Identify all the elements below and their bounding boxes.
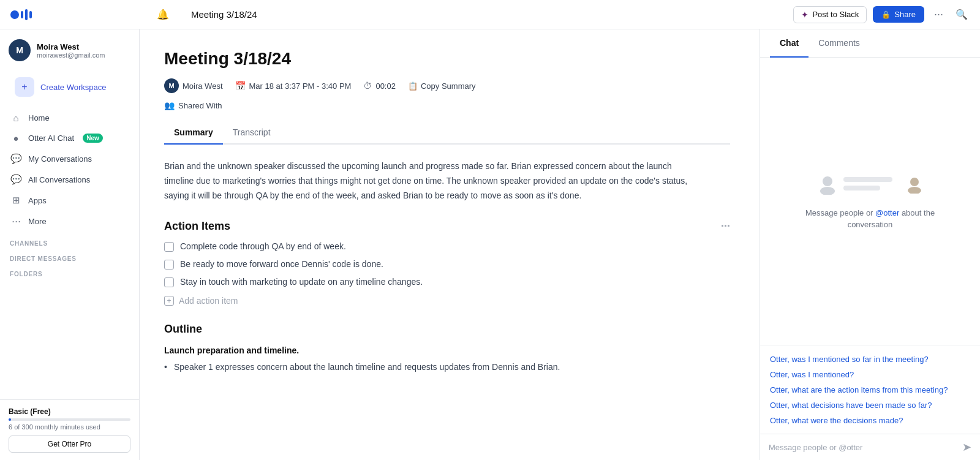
add-action-item-button[interactable]: + Add action item — [164, 296, 730, 306]
chat-placeholder-text: Message people or @otter about theconver… — [805, 207, 935, 231]
calendar-icon: 📅 — [235, 81, 246, 91]
sidebar-item-apps[interactable]: ⊞ Apps — [0, 190, 139, 211]
send-message-icon[interactable]: ➤ — [962, 440, 971, 454]
date-meta: 📅 Mar 18 at 3:37 PM - 3:40 PM — [235, 81, 352, 91]
share-button[interactable]: 🔒 Share — [873, 6, 924, 23]
action-checkbox-2[interactable] — [164, 260, 174, 270]
add-action-label: Add action item — [179, 296, 238, 306]
copy-summary-label: Copy Summary — [421, 81, 476, 91]
action-item: Stay in touch with marketing to update o… — [164, 277, 730, 287]
suggestion-3[interactable]: Otter, what are the action items from th… — [770, 384, 970, 396]
lock-icon: 🔒 — [881, 10, 891, 19]
user-email: moirawest@gmail.com — [37, 51, 105, 59]
topbar: 🔔 Meeting 3/18/24 ✦ Post to Slack 🔒 Shar… — [0, 0, 980, 29]
author-avatar: M — [164, 78, 179, 93]
svg-rect-3 — [29, 11, 32, 18]
copy-icon: 📋 — [408, 81, 418, 91]
outline-title: Outline — [164, 323, 730, 336]
sidebar-item-otter-ai-chat-label: Otter AI Chat — [28, 134, 74, 143]
action-item-3-text: Stay in touch with marketing to update o… — [180, 277, 423, 287]
sidebar-bottom: Basic (Free) 6 of 300 monthly minutes us… — [0, 399, 139, 460]
svg-point-6 — [910, 178, 919, 186]
meeting-date: Mar 18 at 3:37 PM - 3:40 PM — [249, 81, 352, 91]
sidebar-nav: ⌂ Home ● Otter AI Chat New 💬 My Conversa… — [0, 105, 139, 234]
action-item-1-text: Complete code through QA by end of week. — [180, 241, 346, 251]
shared-with: 👥 Shared With — [164, 100, 730, 110]
create-workspace-icon: + — [15, 77, 34, 97]
suggestion-5[interactable]: Otter, what were the decisions made? — [770, 415, 970, 426]
action-checkbox-3[interactable] — [164, 277, 174, 287]
svg-rect-2 — [25, 9, 28, 20]
sidebar-item-more[interactable]: ⋯ More — [0, 211, 139, 232]
apps-icon: ⊞ — [10, 195, 22, 206]
tab-summary[interactable]: Summary — [164, 123, 223, 145]
content-tabs: Summary Transcript — [164, 123, 730, 145]
sidebar: M Moira West moirawest@gmail.com + Creat… — [0, 29, 140, 460]
action-items-section: Action Items ··· — [164, 220, 730, 233]
sidebar-item-all-conversations[interactable]: 💬 All Conversations — [0, 169, 139, 190]
topbar-meeting-title: Meeting 3/18/24 — [181, 9, 786, 20]
chat-avatars — [816, 173, 924, 195]
create-workspace-label: Create Workspace — [40, 83, 106, 92]
sidebar-item-my-conversations[interactable]: 💬 My Conversations — [0, 148, 139, 169]
outline-sub-title: Launch preparation and timeline. — [164, 345, 730, 355]
topbar-actions: ✦ Post to Slack 🔒 Share ··· 🔍 — [793, 6, 970, 23]
action-item: Complete code through QA by end of week. — [164, 241, 730, 252]
plan-usage-text: 6 of 300 monthly minutes used — [9, 423, 130, 431]
duration-meta: ⏱ 00:02 — [363, 81, 396, 91]
notifications-bell[interactable]: 🔔 — [152, 6, 174, 23]
my-conversations-icon: 💬 — [10, 153, 22, 164]
get-otter-pro-button[interactable]: Get Otter Pro — [9, 435, 130, 453]
slack-icon: ✦ — [801, 10, 809, 20]
more-icon: ⋯ — [10, 216, 22, 227]
shared-icon: 👥 — [164, 100, 175, 110]
tab-transcript[interactable]: Transcript — [223, 123, 281, 145]
new-badge: New — [83, 134, 103, 143]
otter-mention-link[interactable]: @otter — [875, 208, 899, 217]
user-profile[interactable]: M Moira West moirawest@gmail.com — [0, 29, 139, 69]
action-checkbox-1[interactable] — [164, 242, 174, 252]
sidebar-item-otter-ai-chat[interactable]: ● Otter AI Chat New — [0, 128, 139, 148]
usage-bar-fill — [9, 418, 11, 421]
suggestion-2[interactable]: Otter, was I mentioned? — [770, 369, 970, 380]
author-meta: M Moira West — [164, 78, 223, 93]
svg-point-4 — [823, 176, 832, 186]
author-name: Moira West — [183, 81, 223, 91]
avatar: M — [9, 39, 31, 61]
right-tab-chat[interactable]: Chat — [770, 29, 809, 58]
direct-messages-section-label: DIRECT MESSAGES — [0, 249, 139, 265]
more-options-icon[interactable]: ··· — [930, 6, 947, 23]
action-item-2-text: Be ready to move forward once Dennis' co… — [180, 259, 383, 269]
search-icon[interactable]: 🔍 — [953, 6, 970, 23]
post-to-slack-button[interactable]: ✦ Post to Slack — [793, 6, 867, 23]
usage-bar-track — [9, 418, 130, 421]
app-logo — [10, 6, 145, 23]
add-action-icon: + — [164, 296, 174, 306]
chat-area: Message people or @otter about theconver… — [760, 58, 980, 434]
user-name: Moira West — [37, 42, 105, 51]
meeting-meta: M Moira West 📅 Mar 18 at 3:37 PM - 3:40 … — [164, 78, 730, 93]
suggestion-1[interactable]: Otter, was I mentioned so far in the mee… — [770, 353, 970, 365]
right-panel: Chat Comments — [760, 29, 980, 460]
action-items-more-icon[interactable]: ··· — [721, 220, 730, 233]
copy-summary-button[interactable]: 📋 Copy Summary — [408, 81, 476, 91]
chat-input-bar: ➤ — [760, 434, 980, 460]
action-items-list: Complete code through QA by end of week.… — [164, 241, 730, 287]
user-info: Moira West moirawest@gmail.com — [37, 42, 105, 59]
right-tab-comments[interactable]: Comments — [809, 29, 870, 58]
meeting-title: Meeting 3/18/24 — [164, 49, 730, 69]
sidebar-item-home[interactable]: ⌂ Home — [0, 108, 139, 128]
folders-section-label: FOLDERS — [0, 265, 139, 280]
main-layout: M Moira West moirawest@gmail.com + Creat… — [0, 29, 980, 460]
chat-placeholder: Message people or @otter about theconver… — [760, 58, 980, 345]
svg-point-7 — [908, 187, 921, 194]
summary-text: Brian and the unknown speaker discussed … — [164, 159, 691, 203]
sidebar-item-more-label: More — [28, 217, 47, 226]
chat-input[interactable] — [769, 443, 957, 452]
svg-point-5 — [820, 187, 835, 195]
svg-rect-1 — [21, 11, 23, 18]
create-workspace-button[interactable]: + Create Workspace — [6, 71, 133, 103]
suggestion-4[interactable]: Otter, what decisions have been made so … — [770, 399, 970, 411]
channels-section-label: CHANNELS — [0, 234, 139, 249]
sidebar-item-all-conversations-label: All Conversations — [28, 175, 90, 184]
